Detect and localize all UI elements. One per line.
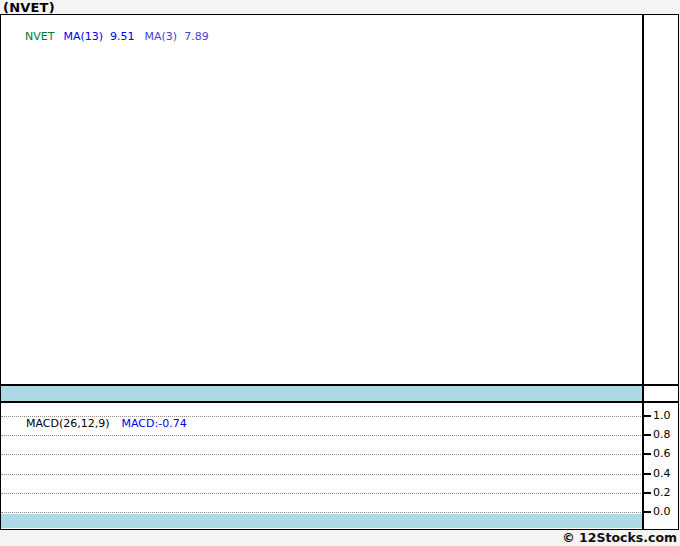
macd-legend: MACD(26,12,9)MACD:-0.74 xyxy=(5,404,187,443)
price-legend: NVETMA(13)9.51MA(3)7.89 xyxy=(4,17,209,56)
gridline-0.4 xyxy=(1,474,643,475)
legend-ticker: NVET xyxy=(25,30,54,43)
axis-label: 0.4 xyxy=(653,467,679,481)
axis-label: 0.8 xyxy=(653,428,679,442)
chart-plot-area: NVETMA(13)9.51MA(3)7.89 MACD(26,12,9)MAC… xyxy=(1,15,678,529)
copyright-footer: © 12Stocks.com xyxy=(562,530,677,545)
gridline-0.8 xyxy=(1,435,643,436)
gridline-1.0 xyxy=(1,416,643,417)
legend-ma3-label: MA(3) xyxy=(145,30,178,43)
axis-label: 1.0 xyxy=(653,409,679,423)
page-title: (NVET) xyxy=(3,0,55,15)
axis-tick xyxy=(642,415,651,417)
legend-ma3-value: 7.89 xyxy=(184,30,209,43)
axis-tick xyxy=(642,511,651,513)
axis-tick xyxy=(642,473,651,475)
axis-tick xyxy=(642,434,651,436)
macd-panel-top-border xyxy=(1,401,678,403)
gridline-0.6 xyxy=(1,454,643,455)
legend-ma13-label: MA(13) xyxy=(63,30,103,43)
macd-bottom-band xyxy=(1,514,642,528)
gridline-0.2 xyxy=(1,493,643,494)
volume-band xyxy=(1,386,642,401)
chart-container: NVETMA(13)9.51MA(3)7.89 MACD(26,12,9)MAC… xyxy=(0,14,679,530)
axis-label: 0.2 xyxy=(653,486,679,500)
macd-value: MACD:-0.74 xyxy=(122,417,187,430)
axis-tick xyxy=(642,453,651,455)
legend-ma13-value: 9.51 xyxy=(110,30,135,43)
y-axis-separator xyxy=(642,15,644,529)
axis-label: 0.0 xyxy=(653,505,679,519)
axis-label: 0.6 xyxy=(653,447,679,461)
macd-params-label: MACD(26,12,9) xyxy=(26,417,110,430)
gridline-0.0 xyxy=(1,512,643,513)
axis-tick xyxy=(642,492,651,494)
